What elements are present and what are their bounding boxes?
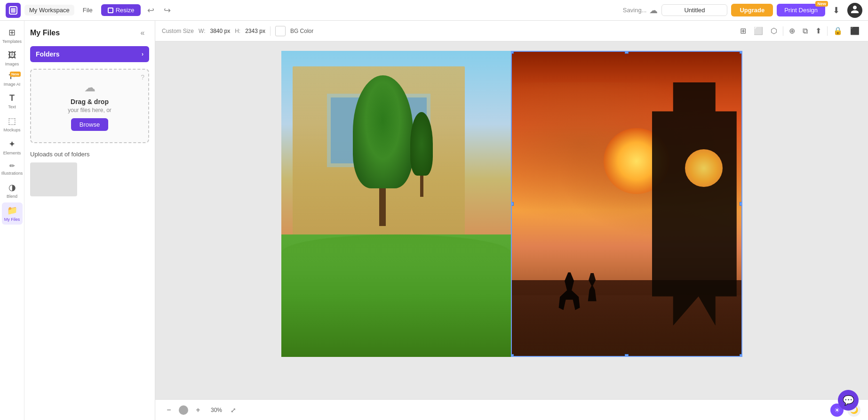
sidebar-item-text[interactable]: T Text (2, 90, 23, 112)
puzzle-hole (685, 149, 723, 187)
redo-button[interactable]: ↪ (161, 3, 174, 17)
download-button[interactable]: ⬇ (829, 3, 844, 17)
handle-bottom-right[interactable] (740, 354, 742, 357)
sidebar-item-image-ai[interactable]: New Tᵀ Image AI (2, 70, 23, 89)
handle-middle-right[interactable] (740, 202, 742, 206)
handle-top-left[interactable] (511, 51, 514, 54)
canvas-board (281, 51, 742, 357)
toolbar-separator (270, 26, 271, 36)
sidebar-item-mockups[interactable]: ⬚ Mockups (2, 113, 23, 135)
sidebar-item-elements[interactable]: ✦ Elements (2, 136, 23, 158)
left-icon-sidebar: ⊞ Templates 🖼 Images New Tᵀ Image AI T T… (0, 21, 24, 420)
sidebar-item-templates[interactable]: ⊞ Templates (2, 24, 23, 47)
upload-drop-area[interactable]: ? ☁ Drag & drop your files here, or Brow… (30, 69, 149, 143)
sidebar-item-blend[interactable]: ◑ Blend (2, 179, 23, 202)
panel-header: My Files « (30, 26, 149, 40)
file-panel: My Files « Folders › ? ☁ Drag & drop you… (24, 21, 155, 420)
zoom-value: 30% (208, 407, 225, 413)
handle-bottom-middle[interactable] (625, 354, 629, 357)
help-icon: ? (141, 73, 144, 81)
frame-button[interactable]: ⬜ (752, 24, 765, 37)
document-title-input[interactable] (661, 4, 727, 16)
layers-button[interactable]: ⧉ (801, 25, 810, 37)
lock-button[interactable]: 🔒 (831, 24, 844, 37)
images-icon: 🖼 (8, 50, 16, 60)
left-image-background (281, 51, 511, 357)
canvas-image-left[interactable] (281, 51, 511, 357)
toolbar-sep-2 (783, 26, 783, 36)
handle-top-right[interactable] (740, 51, 742, 54)
cloud-icon: ☁ (649, 5, 658, 16)
new-badge: New (815, 1, 828, 7)
resize-icon (108, 8, 113, 13)
toolbar-right: ⊞ ⬜ ⬡ ⊕ ⧉ ⬆ 🔒 ⬛ (738, 24, 861, 37)
handle-top-middle[interactable] (625, 51, 629, 54)
file-menu-button[interactable]: File (78, 5, 97, 16)
svg-rect-1 (11, 8, 16, 13)
position-button[interactable]: ⊕ (787, 24, 797, 37)
illustrations-icon: ✏ (9, 162, 15, 170)
bottom-bar: − + 30% ⤢ ☀ 🌙 (155, 399, 868, 420)
chat-button[interactable]: 💬 (838, 390, 859, 411)
handle-bottom-left[interactable] (511, 354, 514, 357)
zoom-out-button[interactable]: − (163, 404, 175, 416)
canvas-content[interactable] (155, 41, 868, 399)
crop-button[interactable]: ⬛ (848, 24, 861, 37)
templates-icon: ⊞ (8, 27, 16, 38)
sidebar-item-illustrations[interactable]: ✏ Illustrations (2, 159, 23, 178)
panel-collapse-button[interactable]: « (136, 26, 149, 40)
bg-color-label: BG Color (290, 28, 313, 34)
elements-icon: ✦ (8, 139, 16, 149)
browse-button[interactable]: Browse (71, 118, 108, 131)
upload-cloud-icon: ☁ (37, 81, 143, 94)
saving-status: Saving... ☁ (623, 5, 658, 16)
small-tree (407, 112, 436, 197)
uploads-section-title: Uploads out of folders (30, 151, 149, 158)
drag-drop-subtitle: your files here, or (37, 107, 143, 113)
resize-button[interactable]: Resize (101, 4, 141, 16)
folders-button[interactable]: Folders › (30, 46, 149, 62)
zoom-fit-button[interactable]: ⤢ (229, 404, 238, 416)
zoom-indicator (179, 405, 188, 415)
zoom-in-button[interactable]: + (192, 404, 204, 416)
undo-button[interactable]: ↩ (144, 3, 157, 17)
folders-arrow-icon: › (142, 51, 143, 57)
sidebar-item-myfiles[interactable]: 📁 My Files (2, 202, 23, 225)
height-label: H: (235, 28, 240, 34)
sun-icon: ☀ (834, 406, 840, 414)
workspace-button[interactable]: My Workspace (24, 5, 74, 16)
canvas-area: Custom Size W: 3840 px H: 2343 px BG Col… (155, 21, 868, 420)
height-value: 2343 px (245, 28, 265, 34)
new-dot: New (10, 72, 20, 77)
blend-icon: ◑ (8, 182, 16, 193)
bg-color-swatch[interactable] (275, 26, 286, 36)
arrange-button[interactable]: ⬆ (813, 24, 823, 37)
grass (281, 234, 511, 357)
handle-middle-left[interactable] (511, 202, 514, 206)
user-avatar[interactable] (847, 3, 862, 18)
toolbar-sep-3 (827, 26, 828, 36)
panel-title: My Files (30, 29, 60, 37)
chat-icon: 💬 (843, 395, 854, 406)
print-design-button[interactable]: Print Design New (777, 4, 825, 16)
right-image-background (512, 52, 741, 356)
width-value: 3840 px (210, 28, 230, 34)
drag-drop-title: Drag & drop (37, 98, 143, 105)
shape-button[interactable]: ⬡ (769, 24, 779, 37)
top-nav: My Workspace File Resize ↩ ↪ Saving... ☁… (0, 0, 868, 21)
canvas-image-right[interactable] (511, 51, 742, 357)
upgrade-button[interactable]: Upgrade (731, 4, 773, 16)
sidebar-item-images[interactable]: 🖼 Images (2, 48, 23, 69)
app-logo[interactable] (6, 3, 21, 18)
text-icon: T (9, 93, 15, 103)
grid-view-button[interactable]: ⊞ (738, 24, 748, 37)
mockups-icon: ⬚ (8, 116, 16, 126)
puzzle-piece (652, 82, 737, 326)
main-area: ⊞ Templates 🖼 Images New Tᵀ Image AI T T… (0, 21, 868, 420)
canvas-size-label: Custom Size (162, 28, 194, 34)
width-label: W: (199, 28, 205, 34)
upload-thumbnail (30, 162, 77, 196)
myfiles-icon: 📁 (7, 205, 17, 216)
canvas-toolbar: Custom Size W: 3840 px H: 2343 px BG Col… (155, 21, 868, 41)
